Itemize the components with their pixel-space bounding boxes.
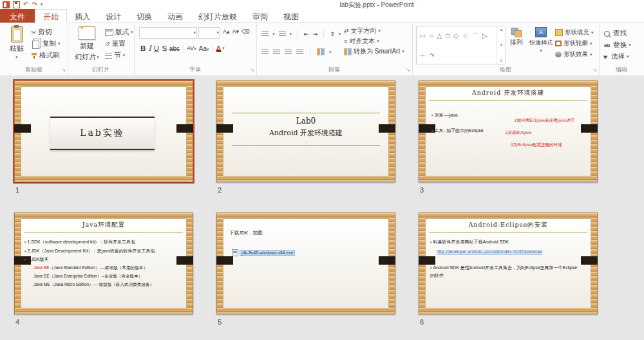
shape-arc-icon[interactable]: ⌒ xyxy=(472,32,478,40)
shape-diamond-icon[interactable]: ◇ xyxy=(453,32,459,40)
align-text-icon: ≡ xyxy=(344,38,347,44)
text-direction-icon: ⇄ xyxy=(344,28,349,34)
find-button[interactable]: 查找 xyxy=(604,28,631,39)
shape-star-icon[interactable]: ☆ xyxy=(462,32,468,40)
section-button[interactable]: 节 ▾ xyxy=(105,50,133,61)
tab-design[interactable]: 设计 xyxy=(98,9,129,23)
align-text-button[interactable]: ≡ 对齐文本 ▾ xyxy=(344,36,404,46)
title-band: Lab实验 xyxy=(50,117,155,150)
shape-effects-button[interactable]: 形状效果 ▾ xyxy=(555,49,594,60)
undo-icon[interactable]: ↶ xyxy=(23,1,28,8)
align-left-icon[interactable] xyxy=(261,50,269,50)
justify-icon[interactable] xyxy=(296,50,303,50)
tab-animations[interactable]: 动画 xyxy=(160,9,191,23)
shape-curve-icon[interactable]: ∿ xyxy=(430,50,435,59)
dialog-launcher-icon[interactable]: ↘ xyxy=(61,68,66,73)
columns-icon[interactable] xyxy=(317,48,325,55)
slide-thumbnail-2[interactable]: Lab0 Android 开发环境搭建 xyxy=(216,80,395,182)
dialog-launcher-icon[interactable]: ↘ xyxy=(406,68,410,73)
tab-home[interactable]: 开始 xyxy=(35,9,67,23)
shapes-gallery-scrollbar[interactable]: ▲ ▼ ≡ xyxy=(497,26,506,64)
character-spacing-button[interactable]: AV▾ xyxy=(185,45,198,52)
convert-smartart-button[interactable]: 转换为 SmartArt ▾ xyxy=(344,46,404,57)
scroll-down-icon[interactable]: ▼ xyxy=(500,43,504,47)
slide-number-6: 6 xyxy=(420,318,424,326)
quick-styles-button[interactable]: A 快速样式 ▾ xyxy=(528,27,554,53)
bold-button[interactable]: B xyxy=(139,44,147,52)
numbered-list-icon[interactable] xyxy=(279,32,286,32)
ribbon: 粘贴 ▾ ✂ 剪切 复制 ▾ 格式刷 剪贴板 ↘ xyxy=(0,23,644,76)
cut-button[interactable]: ✂ 剪切 xyxy=(31,26,61,38)
chevron-down-icon: ▾ xyxy=(272,32,275,37)
decrease-indent-icon[interactable]: ⇤ xyxy=(304,31,309,37)
decrease-font-size-button[interactable]: A▾ xyxy=(232,28,240,35)
shape-triangle-icon[interactable]: △ xyxy=(437,32,442,40)
increase-font-size-button[interactable]: A▴ xyxy=(223,28,230,35)
dialog-launcher-icon[interactable]: ↘ xyxy=(592,68,597,73)
scroll-up-icon[interactable]: ▲ xyxy=(500,28,504,32)
font-color-button[interactable]: A xyxy=(215,44,222,52)
tab-slideshow[interactable]: 幻灯片放映 xyxy=(191,9,245,23)
clear-formatting-button[interactable]: ⌫ xyxy=(242,28,250,35)
qat-customize-icon[interactable]: ▾ xyxy=(41,1,43,8)
tab-transitions[interactable]: 切换 xyxy=(129,9,160,23)
strikethrough-button[interactable]: abc xyxy=(168,45,181,52)
hyperlink[interactable]: http://developer.android.com/sdk/index.h… xyxy=(437,249,587,254)
slide-thumbnail-4[interactable]: Java环境配置 •1.SDK（software development kit… xyxy=(14,212,193,314)
paste-button[interactable]: 粘贴 ▾ xyxy=(5,26,28,60)
layout-icon xyxy=(105,29,113,36)
bullet-item: •1.SDK（software development kit）：软件开发工具包 xyxy=(24,238,183,247)
find-icon xyxy=(604,31,610,37)
change-case-button[interactable]: Aa▾ xyxy=(198,45,211,52)
chevron-down-icon: ▾ xyxy=(540,48,542,53)
align-right-icon[interactable] xyxy=(285,50,292,50)
tab-review[interactable]: 审阅 xyxy=(245,9,276,23)
title-rule xyxy=(429,100,587,100)
title-bar: ↶ ↷ ▾ lab实验.pptx - PowerPoint xyxy=(0,0,644,9)
annotation-notes: 1如何用Eclipse来使用java语言 2安装Eclipse 3为Eclips… xyxy=(505,115,574,151)
shape-circle-icon[interactable]: ○ xyxy=(429,32,433,40)
font-name-combobox[interactable]: ▾ xyxy=(139,27,197,39)
increase-indent-icon[interactable]: ⇥ xyxy=(313,31,318,37)
line-spacing-icon[interactable]: ⇕ xyxy=(330,31,335,37)
paste-clipboard-icon xyxy=(11,26,23,42)
slide4-title: Java环境配置 xyxy=(24,221,183,229)
text-direction-button[interactable]: ⇄ 文字方向 ▾ xyxy=(344,26,404,36)
gallery-more-icon[interactable]: ≡ xyxy=(500,59,503,62)
slide-thumbnail-1[interactable]: Lab实验 xyxy=(14,80,193,182)
arrange-button[interactable]: 排列 xyxy=(506,27,527,47)
replace-button[interactable]: ab 替换 ▾ xyxy=(604,39,631,51)
chevron-down-icon: ▾ xyxy=(207,47,209,52)
bullet-list-icon[interactable] xyxy=(261,32,269,32)
reset-button[interactable]: ↺ 重置 xyxy=(105,38,133,50)
font-size-combobox[interactable]: ▾ xyxy=(198,27,220,39)
align-center-icon[interactable] xyxy=(273,50,280,50)
shape-square-icon[interactable]: □ xyxy=(446,32,450,40)
shape-arrowhead-icon[interactable]: ▷ xyxy=(482,32,488,40)
underline-button[interactable]: U xyxy=(153,44,160,52)
tab-view[interactable]: 视图 xyxy=(276,9,307,23)
shape-outline-button[interactable]: 形状轮廓 ▾ xyxy=(555,38,594,49)
shape-rectangle-icon[interactable]: ▭ xyxy=(419,32,425,40)
redo-icon[interactable]: ↷ xyxy=(32,1,37,8)
italic-button[interactable]: I xyxy=(147,44,153,53)
slide-thumbnail-6[interactable]: Android-Eclipse的安装 •到各软件开发者网站下载Android S… xyxy=(419,212,598,314)
slide-thumbnail-3[interactable]: Android 开发环境搭建 •语言----java •工具--如下图示的Ecl… xyxy=(419,80,598,182)
select-button[interactable]: 选择 ▾ xyxy=(604,51,631,62)
copy-button[interactable]: 复制 ▾ xyxy=(31,38,61,50)
powerpoint-logo-icon[interactable] xyxy=(3,1,10,8)
new-slide-button[interactable]: 新建 幻灯片 ▾ xyxy=(73,26,101,62)
save-icon[interactable] xyxy=(13,1,20,8)
text-shadow-button[interactable]: S xyxy=(160,44,168,52)
format-painter-button[interactable]: 格式刷 xyxy=(31,50,61,61)
shape-fill-button[interactable]: 形状填充 ▾ xyxy=(555,27,594,38)
shape-effects-icon xyxy=(555,52,562,57)
slide6-title: Android-Eclipse的安装 xyxy=(429,221,587,229)
tab-insert[interactable]: 插入 xyxy=(67,9,98,23)
dialog-launcher-icon[interactable]: ↘ xyxy=(250,68,254,73)
slide-thumbnail-5[interactable]: 下载JDK，如图 jdk-8u45-windows-x64.exe xyxy=(216,212,395,314)
layout-button[interactable]: 版式 ▾ xyxy=(105,26,133,38)
bullet-icon: • xyxy=(24,249,26,253)
tab-file[interactable]: 文件 xyxy=(0,9,35,23)
shape-arrow-icon[interactable]: ↔ xyxy=(419,50,426,59)
